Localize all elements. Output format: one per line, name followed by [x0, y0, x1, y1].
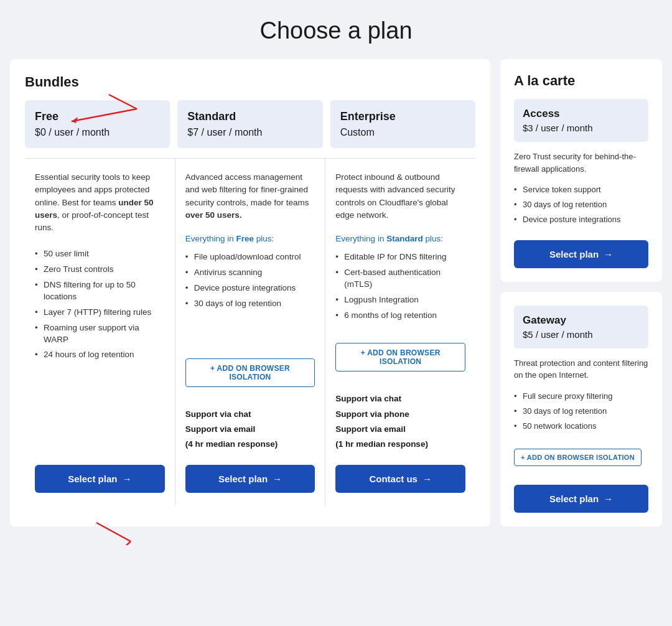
standard-support-chat: Support via chat	[185, 407, 315, 422]
gateway-card: Gateway $5 / user / month Threat protect…	[500, 292, 662, 527]
free-plan-name: Free	[35, 110, 160, 123]
access-plan-header: Access $3 / user / month	[514, 99, 648, 142]
enterprise-feature-3: Logpush Integration	[335, 292, 465, 308]
enterprise-feature-1: Editable IP for DNS filtering	[335, 250, 465, 265]
enterprise-feature-4: 6 months of log retention	[335, 308, 465, 324]
enterprise-support-phone: Support via phone	[335, 407, 465, 422]
access-feature-1: Service token support	[514, 182, 648, 197]
page-title: Choose a plan	[12, 17, 660, 44]
standard-addon-browser-isolation-button[interactable]: + ADD ON BROWSER ISOLATION	[185, 358, 315, 387]
gateway-plan-price: $5 / user / month	[523, 329, 640, 340]
page-header: Choose a plan	[0, 0, 672, 59]
enterprise-plan-description: Protect inbound & outbound requests with…	[335, 171, 465, 222]
standard-feature-3: Device posture integrations	[185, 281, 315, 296]
standard-everything-plus: Everything in Free plus:	[185, 234, 315, 243]
plan-cards-row: Free $0 / user / month Standard $7 / use…	[25, 100, 475, 148]
enterprise-plan-header: Enterprise Custom	[330, 100, 475, 148]
enterprise-plan-name: Enterprise	[340, 110, 465, 123]
standard-plan-detail: Advanced access management and web filte…	[175, 159, 326, 505]
free-feature-2: Zero Trust controls	[35, 262, 165, 278]
standard-support-response: (4 hr median response)	[185, 437, 315, 452]
free-feature-1: 50 user limit	[35, 246, 165, 262]
enterprise-support-response: (1 hr median response)	[335, 437, 465, 452]
alacarte-header-card: A la carte Access $3 / user / month Zero…	[500, 59, 662, 282]
enterprise-addon-browser-isolation-button[interactable]: + ADD ON BROWSER ISOLATION	[335, 343, 465, 371]
access-feature-list: Service token support 30 days of log ret…	[514, 182, 648, 228]
access-plan-price: $3 / user / month	[523, 123, 640, 133]
free-plan-price: $0 / user / month	[35, 127, 160, 138]
free-feature-list: 50 user limit Zero Trust controls DNS fi…	[35, 246, 165, 363]
bundles-title: Bundles	[25, 74, 475, 90]
standard-plan-name: Standard	[187, 110, 312, 123]
enterprise-support-chat: Support via chat	[335, 391, 465, 406]
free-plan-description: Essential security tools to keep employe…	[35, 171, 165, 234]
gateway-feature-2: 30 days of log retention	[514, 404, 648, 419]
plans-details-row: Essential security tools to keep employe…	[25, 158, 475, 505]
access-select-plan-button[interactable]: Select plan →	[514, 240, 648, 268]
free-feature-3: DNS filtering for up to 50 locations	[35, 278, 165, 305]
gateway-select-plan-button[interactable]: Select plan →	[514, 485, 648, 513]
gateway-plan-name: Gateway	[523, 314, 640, 327]
standard-select-plan-button[interactable]: Select plan →	[185, 465, 315, 493]
enterprise-plan-price: Custom	[340, 127, 465, 138]
standard-feature-2: Antivirus scanning	[185, 265, 315, 281]
free-plan-header: Free $0 / user / month	[25, 100, 170, 148]
gateway-feature-3: 50 network locations	[514, 419, 648, 434]
enterprise-feature-list: Editable IP for DNS filtering Cert-based…	[335, 250, 465, 323]
alacarte-title: A la carte	[514, 73, 648, 89]
enterprise-support-email: Support via email	[335, 422, 465, 437]
access-feature-2: 30 days of log retention	[514, 197, 648, 212]
standard-plan-price: $7 / user / month	[187, 127, 312, 138]
gateway-description: Threat protection and content filtering …	[514, 357, 648, 381]
gateway-feature-1: Full secure proxy filtering	[514, 389, 648, 404]
standard-feature-4: 30 days of log retention	[185, 296, 315, 312]
free-feature-5: Roaming user support via WARP	[35, 320, 165, 348]
standard-support-email: Support via email	[185, 422, 315, 437]
enterprise-feature-2: Cert-based authentication (mTLS)	[335, 265, 465, 292]
gateway-addon-browser-isolation-button[interactable]: + ADD ON BROWSER ISOLATION	[514, 449, 642, 466]
standard-plan-header: Standard $7 / user / month	[177, 100, 322, 148]
alacarte-section: A la carte Access $3 / user / month Zero…	[500, 59, 662, 526]
free-plan-detail: Essential security tools to keep employe…	[25, 159, 175, 505]
standard-plan-description: Advanced access management and web filte…	[185, 171, 315, 222]
bundles-section: Bundles Free $0 / user / month Standard …	[10, 59, 490, 526]
gateway-feature-list: Full secure proxy filtering 30 days of l…	[514, 389, 648, 434]
standard-feature-list: File upload/download control Antivirus s…	[185, 250, 315, 312]
enterprise-contact-us-button[interactable]: Contact us →	[335, 465, 465, 493]
free-feature-4: Layer 7 (HTTP) filtering rules	[35, 305, 165, 320]
enterprise-everything-plus: Everything in Standard plus:	[335, 234, 465, 243]
standard-feature-1: File upload/download control	[185, 250, 315, 265]
enterprise-plan-detail: Protect inbound & outbound requests with…	[325, 159, 475, 505]
gateway-plan-header: Gateway $5 / user / month	[514, 306, 648, 348]
enterprise-support-section: Support via chat Support via phone Suppo…	[335, 381, 465, 452]
access-feature-3: Device posture integrations	[514, 212, 648, 227]
free-feature-6: 24 hours of log retention	[35, 347, 165, 363]
free-select-plan-button[interactable]: Select plan →	[35, 465, 165, 493]
standard-support-section: Support via chat Support via email (4 hr…	[185, 397, 315, 452]
access-description: Zero Trust security for behind-the-firew…	[514, 151, 648, 175]
access-plan-name: Access	[523, 108, 640, 120]
